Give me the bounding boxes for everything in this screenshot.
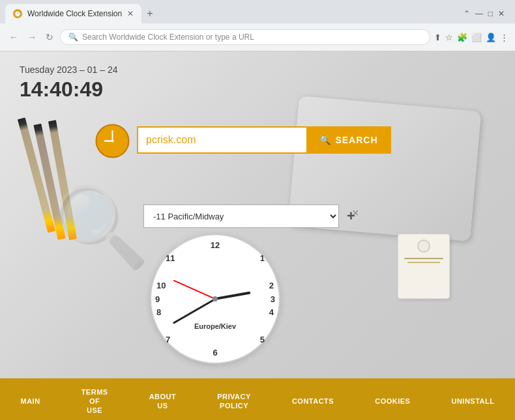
datetime-display: Tuesday 2023 – 01 – 24 14:40:49 [20, 64, 118, 102]
search-input[interactable]: pcrisk.com [137, 126, 306, 154]
extension-icon[interactable]: 🧩 [457, 33, 467, 42]
clock-icon [95, 123, 130, 159]
main-content: 🔍 Tuesday 2023 – 01 – 24 14:40:49 pcrisk… [0, 51, 515, 378]
tab-bar: 🕐 Worldwide Clock Extension ✕ + ⌃ — □ ✕ [0, 0, 515, 23]
close-timezone-button[interactable]: × [352, 206, 359, 220]
tab-close-button[interactable]: ✕ [127, 9, 134, 18]
toolbar-icons: ⬆ ☆ 🧩 ⬜ 👤 ⋮ [434, 33, 508, 42]
footer-contacts[interactable]: CONTACTS [287, 395, 339, 408]
toolbar: ← → ↻ 🔍 Search Worldwide Clock Extension… [0, 23, 515, 51]
footer-uninstall[interactable]: UNINSTALL [446, 395, 499, 408]
clock-num-8: 8 [156, 307, 161, 317]
address-bar[interactable]: 🔍 Search Worldwide Clock Extension or ty… [60, 29, 430, 45]
tab-favicon: 🕐 [13, 9, 22, 18]
browser-chrome: 🕐 Worldwide Clock Extension ✕ + ⌃ — □ ✕ … [0, 0, 515, 51]
clock-num-6: 6 [213, 348, 217, 357]
new-tab-button[interactable]: + [147, 8, 153, 20]
forward-button[interactable]: → [25, 31, 39, 44]
tab-title: Worldwide Clock Extension [27, 9, 122, 18]
date-display: Tuesday 2023 – 01 – 24 [20, 64, 118, 75]
footer-about[interactable]: ABOUTUS [144, 389, 182, 413]
footer: MAIN TERMSOFUSE ABOUTUS PRIVACYPOLICY CO… [0, 378, 515, 420]
clock-num-3: 3 [271, 294, 275, 304]
timezone-section: -11 Pacific/Midway UTC America/New_York … [143, 204, 355, 228]
timezone-select[interactable]: -11 Pacific/Midway UTC America/New_York … [143, 204, 339, 228]
clock-num-1: 1 [260, 253, 265, 263]
share-icon[interactable]: ⬆ [434, 33, 441, 42]
reload-button[interactable]: ↻ [43, 31, 56, 44]
hour-hand [215, 291, 251, 300]
clock-num-5: 5 [260, 335, 265, 344]
profile-icon[interactable]: ⬜ [471, 33, 482, 42]
minute-hand [172, 298, 215, 324]
clock-num-4: 4 [269, 307, 274, 317]
clock-icon-wrapper [95, 123, 130, 159]
analog-clock: 12 1 2 3 4 5 6 7 8 9 10 11 Europe/Kiev [150, 234, 280, 364]
search-section: pcrisk.com 🔍 SEARCH [137, 126, 391, 154]
footer-terms[interactable]: TERMSOFUSE [76, 385, 113, 418]
close-button[interactable]: ✕ [498, 9, 505, 18]
chevron-up-icon: ⌃ [464, 9, 470, 18]
clock-num-10: 10 [156, 281, 166, 290]
clock-face: 12 1 2 3 4 5 6 7 8 9 10 11 Europe/Kiev [150, 234, 280, 364]
minimize-button[interactable]: — [475, 9, 483, 18]
search-button[interactable]: 🔍 SEARCH [306, 126, 391, 154]
footer-cookies[interactable]: COOKIES [370, 395, 415, 408]
clock-num-7: 7 [166, 335, 170, 344]
clock-num-9: 9 [155, 294, 160, 304]
menu-icon[interactable]: ⋮ [500, 33, 508, 42]
footer-main[interactable]: MAIN [16, 395, 46, 408]
back-button[interactable]: ← [7, 31, 21, 44]
clock-num-12: 12 [211, 240, 220, 250]
search-btn-icon: 🔍 [319, 135, 331, 145]
window-controls: ⌃ — □ ✕ [464, 9, 510, 18]
clock-timezone-label: Europe/Kiev [194, 322, 236, 330]
clock-num-2: 2 [269, 281, 274, 290]
time-display: 14:40:49 [20, 77, 118, 102]
search-icon: 🔍 [68, 33, 78, 42]
maximize-button[interactable]: □ [488, 9, 493, 18]
address-text: Search Worldwide Clock Extension or type… [82, 33, 254, 42]
search-btn-label: SEARCH [335, 135, 377, 145]
watermark: 🔍 [52, 182, 150, 273]
clock-num-11: 11 [166, 253, 175, 263]
clock-center [213, 296, 218, 301]
bookmark-icon[interactable]: ☆ [445, 33, 453, 42]
tag-decoration [398, 234, 450, 299]
footer-privacy[interactable]: PRIVACYPOLICY [212, 389, 256, 413]
second-hand [173, 280, 216, 300]
account-icon[interactable]: 👤 [486, 33, 496, 42]
active-tab[interactable]: 🕐 Worldwide Clock Extension ✕ [5, 4, 141, 23]
